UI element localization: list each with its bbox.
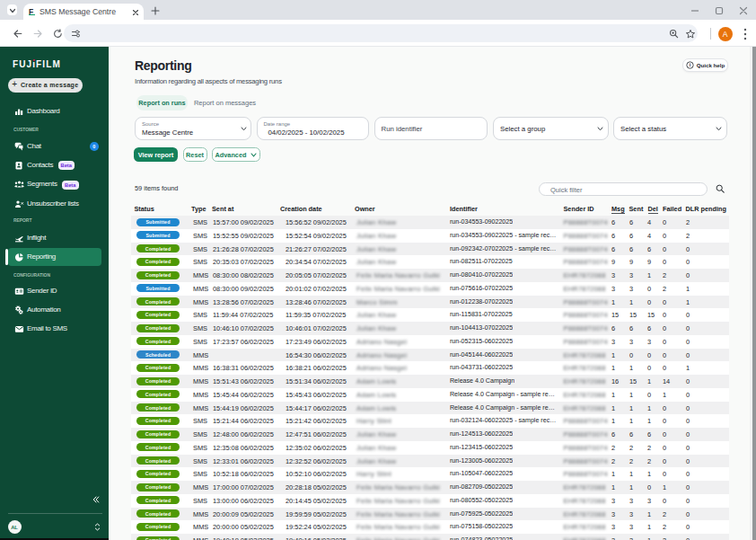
svg-text:i: i [689,62,690,67]
